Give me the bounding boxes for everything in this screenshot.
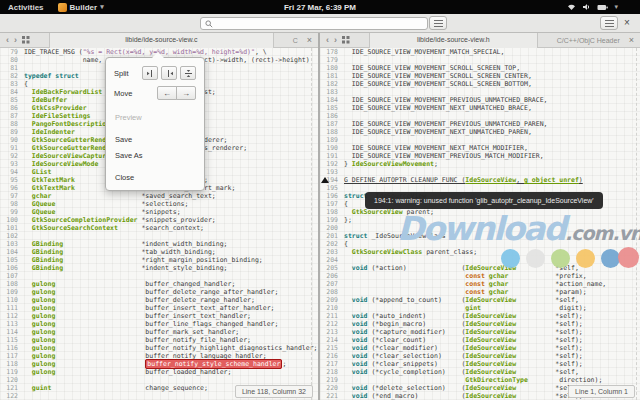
code-line[interactable]: 99 GQueue *snippets; bbox=[0, 208, 318, 216]
code-line[interactable]: 211 void (*auto_indent) (IdeSourceView *… bbox=[320, 312, 640, 320]
code-line[interactable]: 103 GBinding *indent_width_binding; bbox=[0, 240, 318, 248]
tab-close-right[interactable]: × bbox=[625, 35, 634, 45]
code-line[interactable]: 107 bbox=[0, 272, 318, 280]
back-button[interactable]: ‹ bbox=[6, 33, 9, 47]
code-line[interactable]: 200 bbox=[320, 224, 640, 232]
code-line[interactable]: 180 IDE_SOURCE_VIEW_MOVEMENT_SCROLL_SCRE… bbox=[320, 64, 640, 72]
activities-button[interactable]: Activities bbox=[0, 3, 52, 12]
code-line[interactable]: 102 bbox=[0, 232, 318, 240]
tab-left[interactable]: libide/ide-source-view.c bbox=[49, 33, 274, 48]
code-line[interactable]: 209 void (*append_to_count) (IdeSourceVi… bbox=[320, 296, 640, 304]
code-line[interactable]: 192} IdeSourceViewMovement; bbox=[320, 160, 640, 168]
code-line[interactable]: 116 gulong buffer_notify_highlight_diagn… bbox=[0, 344, 318, 352]
back-button[interactable]: ‹ bbox=[326, 33, 329, 47]
code-line[interactable]: 189 bbox=[320, 136, 640, 144]
warning-marker-icon[interactable] bbox=[321, 177, 329, 183]
code-line[interactable]: 203 GtkSourceViewClass parent_class; bbox=[320, 248, 640, 256]
document-grid-icon[interactable] bbox=[22, 36, 30, 44]
code-line[interactable]: 183 bbox=[320, 88, 640, 96]
code-line[interactable]: 217 void (*clear_snippets) (IdeSourceVie… bbox=[320, 360, 640, 368]
line-number: 197 bbox=[320, 200, 338, 208]
code-line[interactable]: 215 void (*clear_modifier) (IdeSourceVie… bbox=[320, 344, 640, 352]
code-line[interactable]: 110 gulong buffer_delete_range_handler; bbox=[0, 296, 318, 304]
code-line[interactable]: 119 gulong buffer_loaded_handler; bbox=[0, 368, 318, 376]
code-line[interactable]: 198 GtkSourceView parent; bbox=[320, 208, 640, 216]
app-menu-button[interactable]: Builder ▾ bbox=[52, 3, 110, 12]
code-line[interactable]: 194G_DEFINE_AUTOPTR_CLEANUP_FUNC (IdeSou… bbox=[320, 176, 640, 184]
code-line[interactable]: 114 gulong buffer_mark_set_handler; bbox=[0, 328, 318, 336]
move-right-button[interactable]: → bbox=[176, 86, 196, 100]
gear-menu-button[interactable] bbox=[600, 16, 618, 30]
search-options-button[interactable] bbox=[429, 16, 447, 30]
code-line[interactable]: 208 const gchar *param); bbox=[320, 288, 640, 296]
code-text: GQueue *selections; bbox=[24, 200, 188, 208]
move-left-button[interactable]: ← bbox=[157, 86, 177, 100]
code-line[interactable]: 182 IDE_SOURCE_VIEW_MOVEMENT_SCROLL_SCRE… bbox=[320, 80, 640, 88]
code-line[interactable]: 108 gulong buffer_changed_handler; bbox=[0, 280, 318, 288]
code-line[interactable]: 191 IDE_SOURCE_VIEW_MOVEMENT_PREVIOUS_MA… bbox=[320, 152, 640, 160]
split-down-button[interactable] bbox=[180, 66, 196, 80]
forward-button[interactable]: › bbox=[14, 33, 17, 47]
code-line[interactable]: 184 IDE_SOURCE_VIEW_MOVEMENT_PREVIOUS_UN… bbox=[320, 96, 640, 104]
forward-button[interactable]: › bbox=[334, 33, 337, 47]
code-line[interactable]: 178 IDE_SOURCE_VIEW_MOVEMENT_MATCH_SPECI… bbox=[320, 48, 640, 56]
code-line[interactable]: 113 gulong buffer_line_flags_changed_han… bbox=[0, 320, 318, 328]
window-close-button[interactable]: × bbox=[620, 15, 634, 30]
menu-item-close[interactable]: Close bbox=[106, 169, 204, 185]
line-number: 186 bbox=[320, 112, 338, 120]
menu-item-save-as[interactable]: Save As bbox=[106, 147, 204, 163]
code-line[interactable]: 193 bbox=[320, 168, 640, 176]
clock[interactable]: Fri 27 Mar, 6:39 PM bbox=[284, 3, 356, 12]
code-line[interactable]: 185 IDE_SOURCE_VIEW_MOVEMENT_NEXT_UNMATC… bbox=[320, 104, 640, 112]
code-line[interactable]: 195 bbox=[320, 184, 640, 192]
code-line[interactable]: 201struct _IdeSourceViewClass bbox=[320, 232, 640, 240]
code-line[interactable]: 210 gint digit); bbox=[320, 304, 640, 312]
code-line[interactable]: 207 const gchar *action_name, bbox=[320, 280, 640, 288]
language-label-left[interactable]: C bbox=[293, 37, 298, 44]
code-line[interactable]: 213 void (*capture_modifier) (IdeSourceV… bbox=[320, 328, 640, 336]
search-input[interactable] bbox=[213, 19, 423, 29]
code-line[interactable]: 219 GtkDirectionType direction); bbox=[320, 376, 640, 384]
code-line[interactable]: 105 GBinding *right_margin_position_bind… bbox=[0, 256, 318, 264]
document-grid-icon[interactable] bbox=[342, 36, 350, 44]
code-line[interactable]: 120 bbox=[0, 376, 318, 384]
line-number: 83 bbox=[0, 80, 18, 88]
menu-item-save[interactable]: Save bbox=[106, 131, 204, 147]
code-line[interactable]: 98 GQueue *selections; bbox=[0, 200, 318, 208]
language-label-right[interactable]: C/C++/ObjC Header bbox=[557, 37, 620, 44]
code-line[interactable]: 216 void (*clear_selection) (IdeSourceVi… bbox=[320, 352, 640, 360]
code-line[interactable]: 205 void (*action) (IdeSourceView *self, bbox=[320, 264, 640, 272]
code-line[interactable]: 206 const gchar *prefix, bbox=[320, 272, 640, 280]
code-line[interactable]: 186 bbox=[320, 112, 640, 120]
code-line[interactable]: 181 IDE_SOURCE_VIEW_MOVEMENT_SCROLL_SCRE… bbox=[320, 72, 640, 80]
code-line[interactable]: 106 GBinding *indent_style_binding; bbox=[0, 264, 318, 272]
code-line[interactable]: 218 void (*cycle_completion) (IdeSourceV… bbox=[320, 368, 640, 376]
code-line[interactable]: 101 GtkSourceSearchContext *search_conte… bbox=[0, 224, 318, 232]
split-left-button[interactable] bbox=[142, 66, 158, 80]
code-line[interactable]: 97 gchar *saved_search_text; bbox=[0, 192, 318, 200]
line-number: 190 bbox=[320, 144, 338, 152]
code-line[interactable]: 202{ bbox=[320, 240, 640, 248]
tab-right[interactable]: libide/ide-source-view.h bbox=[369, 33, 538, 48]
code-editor-right[interactable]: 178 IDE_SOURCE_VIEW_MOVEMENT_MATCH_SPECI… bbox=[320, 48, 640, 400]
code-line[interactable]: 199}; bbox=[320, 216, 640, 224]
code-text: void (*end_macro) (IdeSourceView *self); bbox=[344, 392, 583, 400]
code-line[interactable]: 204 bbox=[320, 256, 640, 264]
code-line[interactable]: 109 gulong buffer_delete_range_after_han… bbox=[0, 288, 318, 296]
code-line[interactable]: 179 bbox=[320, 56, 640, 64]
code-line[interactable]: 118 gulong buffer_notify_style_scheme_ha… bbox=[0, 360, 318, 368]
code-line[interactable]: 112 gulong buffer_insert_text_handler; bbox=[0, 312, 318, 320]
code-line[interactable]: 187 IDE_SOURCE_VIEW_MOVEMENT_PREVIOUS_UN… bbox=[320, 120, 640, 128]
code-line[interactable]: 100 GtkSourceCompletionProvider *snippet… bbox=[0, 216, 318, 224]
code-line[interactable]: 214 void (*clear_count) (IdeSourceView *… bbox=[320, 336, 640, 344]
code-line[interactable]: 104 GBinding *tab_width_binding; bbox=[0, 248, 318, 256]
code-line[interactable]: 190 IDE_SOURCE_VIEW_MOVEMENT_NEXT_MATCH_… bbox=[320, 144, 640, 152]
code-line[interactable]: 111 gulong buffer_insert_text_after_hand… bbox=[0, 304, 318, 312]
global-search[interactable] bbox=[200, 17, 428, 30]
code-line[interactable]: 115 gulong buffer_notify_file_handler; bbox=[0, 336, 318, 344]
system-tray[interactable]: ▾ bbox=[567, 3, 618, 11]
split-right-button[interactable] bbox=[161, 66, 177, 80]
code-line[interactable]: 212 void (*begin_macro) (IdeSourceView *… bbox=[320, 320, 640, 328]
tab-close-left[interactable]: × bbox=[303, 35, 312, 45]
code-line[interactable]: 188 IDE_SOURCE_VIEW_MOVEMENT_NEXT_UNMATC… bbox=[320, 128, 640, 136]
